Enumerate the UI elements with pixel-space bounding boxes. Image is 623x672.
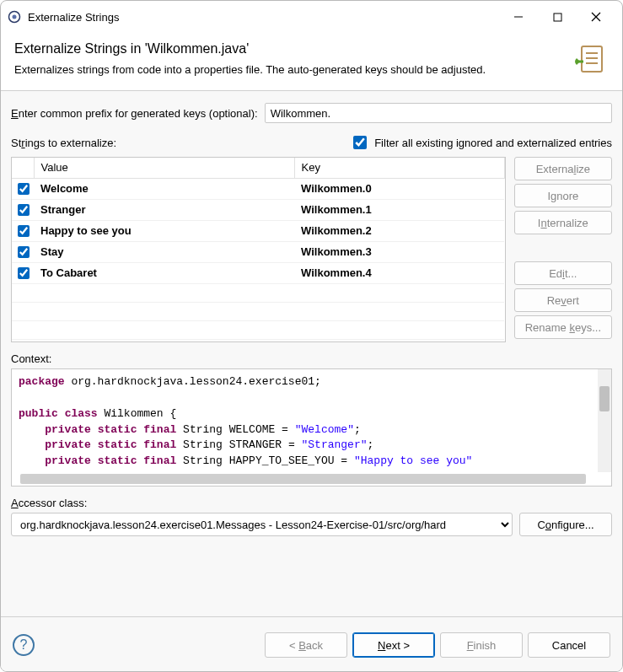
- page-title: Externalize Strings in 'Wilkommen.java': [14, 41, 563, 56]
- scrollbar-vertical[interactable]: [598, 369, 611, 472]
- cancel-button[interactable]: Cancel: [528, 632, 610, 658]
- scrollbar-horizontal[interactable]: [20, 474, 586, 484]
- col-value: Value: [34, 158, 294, 178]
- header: Externalize Strings in 'Wilkommen.java' …: [1, 33, 622, 91]
- ignore-button[interactable]: Ignore: [514, 184, 612, 207]
- next-button[interactable]: Next >: [352, 632, 435, 658]
- back-button[interactable]: < Back: [265, 632, 347, 658]
- table-row[interactable]: StayWilkommen.3: [12, 241, 504, 262]
- revert-button[interactable]: Revert: [514, 288, 612, 312]
- prefix-row: Enter common prefix for generated keys (…: [11, 103, 612, 123]
- page-description: Externalizes strings from code into a pr…: [14, 63, 563, 76]
- close-button[interactable]: [577, 3, 615, 30]
- filter-label: Filter all existing ignored and external…: [374, 137, 612, 149]
- strings-label: Strings to externalize:: [11, 137, 350, 149]
- row-checkbox[interactable]: [18, 183, 30, 195]
- rename-keys-button[interactable]: Rename keys...: [514, 315, 612, 339]
- context-label: Context:: [11, 352, 612, 365]
- footer: ? < Back Next > Finish Cancel: [1, 616, 622, 671]
- filter-checkbox[interactable]: [353, 136, 367, 149]
- table-row[interactable]: Happy to see youWilkommen.2: [12, 220, 504, 241]
- svg-rect-3: [554, 13, 561, 21]
- accessor-label: Accessor class:: [11, 497, 612, 509]
- titlebar: Externalize Strings: [1, 1, 622, 33]
- externalize-button[interactable]: Externalize: [514, 157, 612, 180]
- table-row[interactable]: WelcomeWilkommen.0: [12, 178, 504, 199]
- edit-button[interactable]: Edit...: [514, 261, 612, 285]
- wizard-banner-icon: [572, 41, 609, 78]
- col-check: [12, 158, 34, 178]
- configure-button[interactable]: Configure...: [519, 513, 612, 536]
- row-checkbox[interactable]: [18, 225, 30, 237]
- window-title: Externalize Strings: [28, 11, 499, 24]
- app-icon: [8, 10, 21, 24]
- accessor-select[interactable]: org.hardknockjava.lesson24.exercise01.Me…: [11, 513, 513, 536]
- row-checkbox[interactable]: [18, 204, 30, 216]
- body: Enter common prefix for generated keys (…: [1, 91, 622, 616]
- prefix-label: Enter common prefix for generated keys (…: [11, 107, 258, 120]
- minimize-button[interactable]: [499, 3, 538, 30]
- table-row[interactable]: StrangerWilkommen.1: [12, 199, 504, 220]
- internalize-button[interactable]: Internalize: [514, 211, 612, 234]
- svg-point-1: [13, 15, 17, 19]
- row-checkbox[interactable]: [18, 246, 30, 258]
- col-key: Key: [294, 158, 504, 178]
- dialog-window: Externalize Strings Externalize Strings …: [0, 0, 623, 672]
- row-checkbox[interactable]: [18, 267, 30, 279]
- side-buttons: Externalize Ignore Internalize Edit... R…: [514, 157, 612, 342]
- help-icon[interactable]: ?: [13, 634, 35, 656]
- maximize-button[interactable]: [538, 3, 577, 30]
- prefix-input[interactable]: [265, 103, 612, 123]
- context-code[interactable]: package org.hardknockjava.lesson24.exerc…: [11, 368, 612, 487]
- table-row[interactable]: To CabaretWilkommen.4: [12, 262, 504, 283]
- finish-button[interactable]: Finish: [440, 632, 523, 658]
- strings-table[interactable]: Value Key WelcomeWilkommen.0 StrangerWil…: [11, 157, 506, 342]
